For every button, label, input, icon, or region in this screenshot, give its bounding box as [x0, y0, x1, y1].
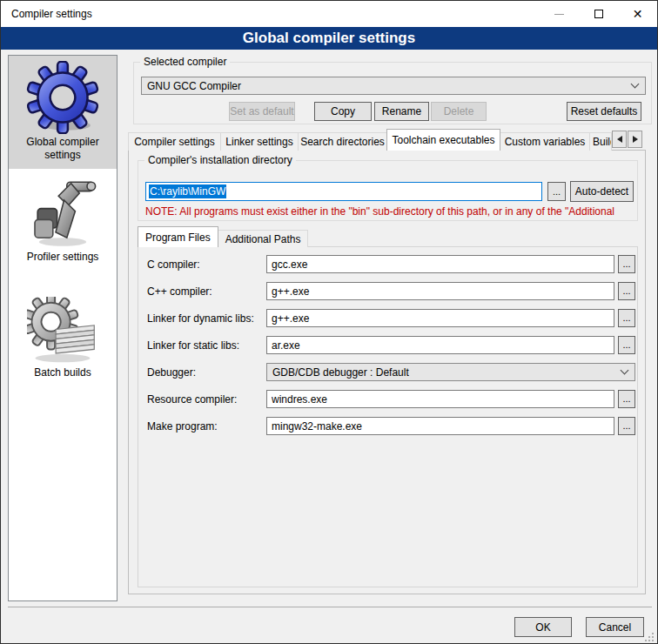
sidebar-item-label: Profiler settings [14, 251, 111, 264]
maximize-icon [594, 10, 603, 18]
field-row-debugger: Debugger: GDB/CDB debugger : Default [138, 363, 637, 382]
dialog-body: Global compiler settings [1, 50, 657, 644]
static-linker-label: Linker for static libs: [147, 336, 239, 355]
maximize-button[interactable] [579, 1, 618, 27]
gray-gear-stack-icon [27, 297, 98, 365]
selected-compiler-group-label: Selected compiler [140, 56, 230, 68]
browse-c-compiler-button[interactable]: ... [618, 255, 635, 273]
resource-compiler-input[interactable] [266, 390, 614, 408]
make-program-input[interactable] [266, 417, 614, 435]
window-title: Compiler settings [11, 8, 92, 20]
browse-make-program-button[interactable]: ... [618, 417, 635, 435]
field-row-resource-compiler: Resource compiler: ... [138, 390, 637, 409]
field-row-dynamic-linker: Linker for dynamic libs: ... [138, 309, 637, 328]
debugger-select-value: GDB/CDB debugger : Default [272, 366, 409, 379]
left-arrow-icon [617, 136, 622, 143]
settings-tabbar: Compiler settings Linker settings Search… [128, 129, 642, 151]
cpp-compiler-label: C++ compiler: [147, 282, 212, 301]
close-icon: ✕ [633, 7, 643, 21]
sidebar-item-label: Global compiler settings [14, 136, 111, 162]
delete-button[interactable]: Delete [431, 102, 487, 121]
installation-directory-group: Compiler's installation directory C:\ray… [138, 160, 638, 221]
sidebar-item-global-compiler-settings[interactable]: Global compiler settings [9, 56, 117, 169]
close-button[interactable]: ✕ [618, 1, 657, 27]
tab-custom-variables[interactable]: Custom variables [500, 132, 590, 151]
blue-gear-icon [26, 61, 99, 134]
footer-divider [8, 607, 652, 607]
installation-directory-group-label: Compiler's installation directory [144, 154, 296, 166]
right-arrow-icon [633, 136, 638, 143]
browse-resource-compiler-button[interactable]: ... [618, 390, 635, 408]
tab-scroll-left-button[interactable] [612, 131, 627, 148]
resource-compiler-label: Resource compiler: [147, 390, 237, 409]
tab-scroll-right-button[interactable] [628, 131, 642, 148]
compiler-select-value: GNU GCC Compiler [147, 80, 241, 92]
c-compiler-label: C compiler: [147, 255, 200, 274]
settings-category-list: Global compiler settings [8, 55, 118, 601]
static-linker-input[interactable] [266, 336, 614, 354]
browse-static-linker-button[interactable]: ... [618, 336, 635, 354]
debugger-select[interactable]: GDB/CDB debugger : Default [266, 363, 635, 381]
tab-toolchain-executables[interactable]: Toolchain executables [386, 129, 500, 151]
subtab-program-files[interactable]: Program Files [138, 226, 218, 247]
browse-cpp-compiler-button[interactable]: ... [618, 282, 635, 300]
auto-detect-button[interactable]: Auto-detect [570, 181, 634, 202]
caliper-icon [28, 179, 97, 249]
sidebar-item-batch-builds[interactable]: Batch builds [9, 292, 117, 386]
install-dir-input[interactable]: C:\raylib\MinGW [145, 182, 542, 201]
compiler-select[interactable]: GNU GCC Compiler [141, 77, 646, 95]
field-row-cpp-compiler: C++ compiler: ... [138, 282, 637, 301]
set-as-default-button[interactable]: Set as default [229, 102, 295, 121]
field-row-c-compiler: C compiler: ... [138, 255, 637, 274]
tab-build-options-truncated[interactable]: Build [589, 132, 612, 151]
make-program-label: Make program: [147, 417, 218, 436]
subtab-additional-paths[interactable]: Additional Paths [218, 230, 309, 247]
compiler-settings-dialog: Compiler settings ✕ Global compiler sett… [0, 0, 658, 644]
field-row-make-program: Make program: ... [138, 417, 637, 436]
minimize-icon [554, 14, 564, 15]
install-dir-note: NOTE: All programs must exist either in … [145, 205, 634, 218]
tab-search-directories[interactable]: Search directories [298, 132, 387, 151]
ok-button[interactable]: OK [514, 617, 572, 637]
browse-install-dir-button[interactable]: ... [547, 182, 566, 201]
c-compiler-input[interactable] [266, 255, 614, 273]
sidebar-item-label: Batch builds [14, 366, 111, 379]
program-files-subtabbar: Program Files Additional Paths [138, 226, 307, 247]
toolchain-executables-panel: Compiler's installation directory C:\ray… [128, 150, 646, 594]
tab-linker-settings[interactable]: Linker settings [220, 132, 299, 151]
tab-compiler-settings[interactable]: Compiler settings [128, 132, 221, 151]
resize-grip[interactable] [643, 631, 654, 641]
program-files-panel: C compiler: ... C++ compiler: ... Linker… [138, 246, 638, 587]
debugger-label: Debugger: [147, 363, 196, 382]
cpp-compiler-input[interactable] [266, 282, 614, 300]
minimize-button[interactable] [540, 1, 579, 27]
copy-button[interactable]: Copy [314, 102, 372, 121]
selected-compiler-group: Selected compiler GNU GCC Compiler Set a… [133, 62, 652, 124]
caption-buttons: ✕ [540, 1, 657, 27]
reset-defaults-button[interactable]: Reset defaults [567, 102, 641, 121]
titlebar: Compiler settings ✕ [1, 1, 657, 27]
field-row-static-linker: Linker for static libs: ... [138, 336, 637, 355]
sidebar-item-profiler-settings[interactable]: Profiler settings [9, 174, 117, 271]
chevron-down-icon [631, 79, 640, 88]
dynamic-linker-input[interactable] [266, 309, 614, 327]
chevron-down-icon [621, 366, 629, 374]
page-title: Global compiler settings [1, 27, 657, 50]
install-dir-selected-text: C:\raylib\MinGW [149, 184, 226, 198]
cancel-button[interactable]: Cancel [586, 617, 644, 637]
dynamic-linker-label: Linker for dynamic libs: [147, 309, 254, 328]
browse-dynamic-linker-button[interactable]: ... [618, 309, 635, 327]
rename-button[interactable]: Rename [374, 102, 429, 121]
